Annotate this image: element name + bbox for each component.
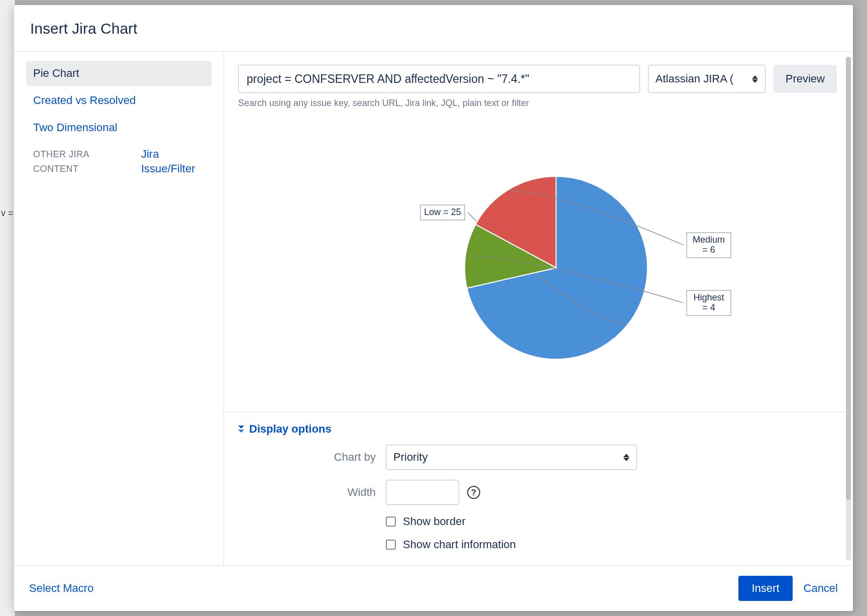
svg-text:Low = 25: Low = 25	[424, 207, 461, 217]
svg-text:Highest: Highest	[693, 292, 724, 302]
search-row: Search using any issue key, search URL, …	[224, 52, 853, 113]
show-chart-info-label: Show chart information	[403, 538, 516, 551]
scrollbar-thumb[interactable]	[846, 57, 851, 500]
modal-header: Insert Jira Chart	[14, 5, 853, 52]
cancel-button[interactable]: Cancel	[804, 582, 838, 595]
select-stepper-icon	[752, 75, 758, 83]
modal-footer: Select Macro Insert Cancel	[14, 565, 853, 611]
jql-search-input[interactable]	[238, 65, 640, 93]
sidebar-item-pie-chart[interactable]: Pie Chart	[26, 61, 211, 86]
width-label: Width	[245, 486, 376, 499]
main-panel: Search using any issue key, search URL, …	[224, 52, 853, 565]
background-text: v =	[1, 208, 14, 219]
double-chevron-icon	[238, 426, 244, 433]
sidebar-item-created-vs-resolved[interactable]: Created vs Resolved	[26, 88, 211, 113]
background-editor-fragment: v =	[0, 0, 15, 616]
display-options-toggle[interactable]: Display options	[238, 423, 837, 436]
jira-server-select[interactable]: Atlassian JIRA (	[648, 65, 766, 93]
show-border-checkbox[interactable]	[386, 517, 396, 527]
chart-by-label: Chart by	[245, 451, 376, 464]
svg-text:Medium: Medium	[693, 235, 725, 245]
display-options-label: Display options	[249, 423, 332, 436]
svg-text:= 4: = 4	[702, 302, 715, 313]
insert-button[interactable]: Insert	[738, 576, 792, 601]
pie-chart-svg: Low = 25Medium= 6Highest= 4	[358, 158, 719, 369]
show-chart-info-checkbox-row[interactable]: Show chart information	[386, 538, 837, 551]
sidebar-item-two-dimensional[interactable]: Two Dimensional	[26, 115, 211, 140]
modal-title: Insert Jira Chart	[30, 20, 837, 37]
scrollbar[interactable]	[846, 57, 851, 560]
select-macro-link[interactable]: Select Macro	[29, 582, 93, 595]
help-icon[interactable]: ?	[467, 486, 480, 499]
modal-body: Pie Chart Created vs Resolved Two Dimens…	[14, 52, 853, 565]
pie-chart-preview: Low = 25Medium= 6Highest= 4	[224, 113, 853, 413]
jql-help-text: Search using any issue key, search URL, …	[238, 98, 640, 109]
jira-issue-filter-link[interactable]: Jira Issue/Filter	[141, 147, 204, 176]
preview-button[interactable]: Preview	[774, 65, 837, 93]
select-stepper-icon	[623, 454, 629, 461]
other-section-label: OTHER JIRA CONTENT	[33, 147, 121, 176]
show-chart-info-checkbox[interactable]	[386, 540, 396, 550]
width-input[interactable]	[386, 480, 459, 505]
show-border-checkbox-row[interactable]: Show border	[386, 515, 837, 528]
chart-by-select[interactable]: Priority	[386, 445, 637, 470]
show-border-label: Show border	[403, 515, 466, 528]
server-select-value: Atlassian JIRA (	[656, 72, 733, 85]
chart-by-value: Priority	[393, 451, 427, 464]
insert-jira-chart-modal: Insert Jira Chart Pie Chart Created vs R…	[14, 5, 853, 611]
svg-text:= 6: = 6	[702, 245, 715, 255]
chart-type-sidebar: Pie Chart Created vs Resolved Two Dimens…	[14, 52, 224, 565]
display-options-section: Display options Chart by Priority Width	[224, 413, 853, 565]
other-jira-content-section: OTHER JIRA CONTENT Jira Issue/Filter	[26, 147, 211, 176]
